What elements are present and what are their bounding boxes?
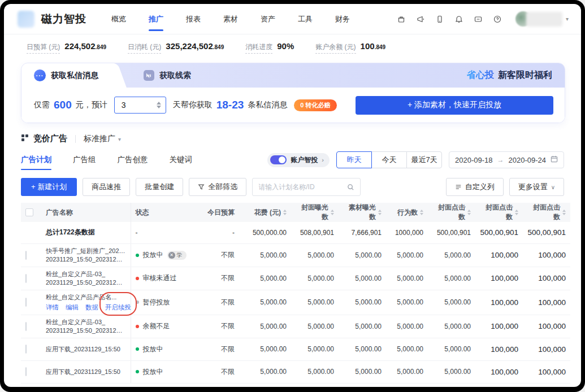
- column-header[interactable]: 行为数: [386, 203, 428, 222]
- add-material-button[interactable]: + 添加素材，快速开启投放: [356, 96, 553, 115]
- metric-value: 5,000.00: [386, 243, 428, 267]
- button-label: 更多设置: [518, 182, 548, 192]
- batch-create-button[interactable]: 批量创建: [136, 178, 183, 196]
- sort-icon[interactable]: [467, 210, 471, 215]
- date-button-today[interactable]: 今天: [371, 151, 407, 168]
- new-plan-button[interactable]: + 新建计划: [21, 178, 77, 196]
- box-icon[interactable]: [397, 14, 406, 24]
- metric-value: 5,000.00: [339, 267, 386, 290]
- column-header[interactable]: 封面点击数: [523, 203, 570, 222]
- date-range-picker[interactable]: 2020-09-18 → 2020-09-24: [449, 151, 564, 168]
- sentence-part: 仅需: [34, 100, 50, 110]
- column-header[interactable]: 封面点击数: [428, 203, 475, 222]
- ad-name-line[interactable]: 20231129_15:50_20231205...: [46, 278, 126, 287]
- promotion-mode-select[interactable]: 标准推广▾: [84, 134, 121, 144]
- summary-value: 1000,000: [386, 222, 428, 243]
- user-account[interactable]: 09 ▾: [515, 11, 569, 27]
- sort-icon[interactable]: [283, 210, 287, 215]
- date-button-yesterday[interactable]: 昨天: [336, 151, 372, 168]
- tab-ad-creative[interactable]: 广告创意: [118, 150, 148, 170]
- metric-value: 5,000.00: [239, 315, 291, 338]
- ad-name-line[interactable]: 粉丝_自定义产品-03_: [46, 270, 126, 278]
- checkbox[interactable]: [25, 298, 27, 307]
- days-stepper[interactable]: 3: [114, 97, 166, 114]
- custom-columns-button[interactable]: 自定义列: [446, 178, 504, 196]
- metric-value: 100,000: [523, 243, 570, 267]
- bell-icon[interactable]: [454, 14, 464, 24]
- ad-name-line[interactable]: 应用下载_20231129_15:50: [46, 345, 126, 354]
- sort-icon[interactable]: [378, 210, 382, 215]
- phone-icon[interactable]: [435, 14, 445, 24]
- button-label: 全部筛选: [208, 182, 237, 192]
- nav-item-tools[interactable]: 工具: [297, 11, 314, 28]
- ad-name-line[interactable]: 应用下载_20231129_15:50: [46, 368, 126, 376]
- sort-icon[interactable]: [515, 210, 518, 215]
- nav-item-overview[interactable]: 概览: [110, 11, 127, 28]
- promo-card: ··· 获取私信消息 获取线索 省心投 新客限时福利 仅需 600 元，预计 3: [21, 63, 565, 123]
- ad-name-line[interactable]: 粉丝_自定义产品-03_: [46, 318, 126, 326]
- ad-name-line[interactable]: 20231129_15:50_20231205...: [46, 255, 126, 264]
- checkbox[interactable]: [25, 345, 27, 354]
- tab-ad-group[interactable]: 广告组: [73, 150, 96, 170]
- filter-all-button[interactable]: 全部筛选: [189, 178, 246, 196]
- sort-icon[interactable]: [420, 210, 423, 215]
- sort-icon[interactable]: [562, 210, 566, 215]
- status-cell: 余额不足: [131, 315, 200, 338]
- nav-item-promotion[interactable]: 推广: [148, 11, 164, 28]
- stat-label: 消耗进度: [245, 42, 272, 54]
- row-action-link-annotated[interactable]: 开启续投: [105, 303, 131, 312]
- row-checkbox-cell: [21, 267, 41, 290]
- banner-brand: 省心投: [467, 69, 494, 81]
- ad-name-line[interactable]: 粉丝_自定义产品产品名...: [46, 293, 126, 302]
- smart-invest-toggle[interactable]: 账户智投 ›: [267, 153, 330, 167]
- status-text: 余额不足: [143, 321, 170, 331]
- column-header: 状态: [131, 203, 200, 222]
- toggle-switch[interactable]: [270, 155, 287, 164]
- column-header[interactable]: 封面曝光数: [291, 203, 339, 222]
- row-action-link[interactable]: 详情: [46, 303, 59, 312]
- help-icon[interactable]: [493, 14, 502, 24]
- row-action-link[interactable]: 数据: [85, 303, 98, 312]
- nav-item-reports[interactable]: 报表: [185, 11, 202, 28]
- tab-keywords[interactable]: 关键词: [170, 150, 193, 170]
- checkbox[interactable]: [25, 251, 27, 260]
- status-cell: 审核未通过: [131, 267, 200, 290]
- calendar-icon: [551, 155, 558, 164]
- row-checkbox-cell: [21, 290, 41, 315]
- promo-tabs: ··· 获取私信消息 获取线索 省心投 新客限时福利: [21, 63, 565, 88]
- table-row: 应用下载_20231129_15:50投放中不限5,000.005,000.00…: [21, 360, 570, 383]
- status-text: 投放中: [143, 367, 163, 377]
- ad-name-line[interactable]: 快手号推广_短剧推广_20231...: [46, 247, 126, 255]
- plan-search[interactable]: [252, 178, 361, 196]
- status-dot: [136, 370, 139, 373]
- sort-icon[interactable]: [331, 210, 334, 215]
- column-header[interactable]: 封面点击数: [475, 203, 523, 222]
- tab-get-leads[interactable]: 获取线索: [130, 63, 205, 88]
- nav-item-materials[interactable]: 素材: [222, 11, 239, 28]
- nav-item-finance[interactable]: 财务: [334, 11, 351, 28]
- search-input[interactable]: [258, 183, 343, 191]
- ad-name-line[interactable]: 20231129_15:50_20231205...: [46, 326, 126, 335]
- tab-ad-plan[interactable]: 广告计划: [21, 150, 51, 170]
- column-header[interactable]: 花费 (元): [239, 203, 291, 222]
- checkbox[interactable]: [25, 367, 27, 376]
- tab-private-message[interactable]: ··· 获取私信消息: [21, 63, 114, 88]
- metric-value: 5,000.00: [339, 315, 386, 338]
- brand-title: 磁力智投: [41, 12, 86, 27]
- stat-value: 90%: [277, 41, 294, 51]
- more-settings-button[interactable]: 更多设置 ∨: [509, 178, 564, 196]
- row-action-link[interactable]: 编辑: [66, 303, 79, 312]
- megaphone-icon[interactable]: [416, 14, 426, 24]
- checkbox[interactable]: [25, 274, 27, 283]
- checkbox[interactable]: [25, 322, 27, 331]
- checkbox[interactable]: [25, 208, 33, 216]
- message-icon[interactable]: [474, 14, 483, 24]
- budget-cell: 不限: [200, 360, 239, 383]
- quick-push-button[interactable]: 商品速推: [83, 178, 130, 196]
- chevron-right-icon: ›: [322, 156, 324, 163]
- date-button-last7days[interactable]: 最近7天: [406, 151, 442, 168]
- stepper-arrows-icon[interactable]: [157, 102, 161, 108]
- column-header[interactable]: 素材曝光数: [339, 203, 386, 222]
- status-cell: 投放中: [131, 360, 200, 383]
- nav-item-assets[interactable]: 资产: [259, 11, 276, 28]
